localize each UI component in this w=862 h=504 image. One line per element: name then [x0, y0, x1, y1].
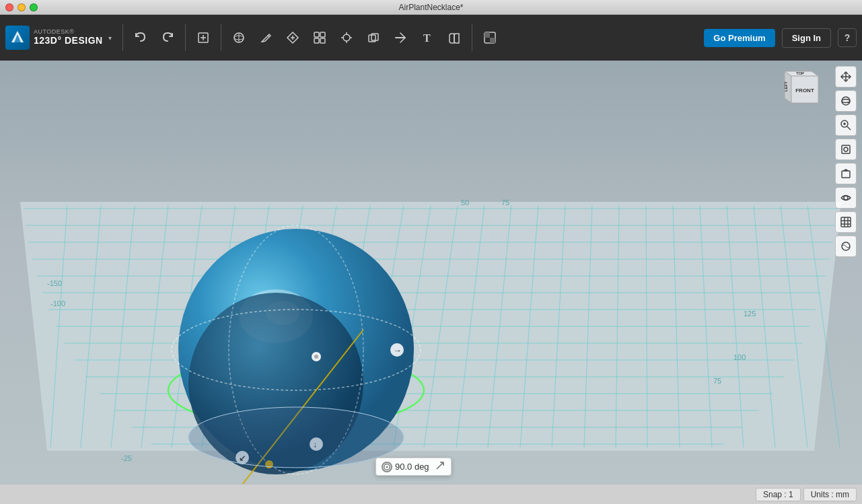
logo-dropdown-icon[interactable]: ▾: [108, 34, 112, 42]
svg-text:100: 100: [733, 353, 746, 361]
snap-indicator[interactable]: Snap : 1: [756, 488, 801, 501]
pattern-button[interactable]: [308, 26, 332, 50]
svg-rect-22: [484, 32, 490, 38]
logo-area[interactable]: AUTODESK® 123D° DESIGN ▾: [5, 26, 112, 50]
svg-rect-23: [490, 38, 495, 43]
pan-tool-button[interactable]: [835, 66, 857, 87]
sign-in-button[interactable]: Sign In: [782, 28, 831, 48]
svg-rect-115: [841, 217, 851, 227]
svg-point-105: [842, 100, 850, 103]
toolbar-divider-1: [122, 24, 123, 51]
rotation-value: 90.0 deg: [395, 462, 429, 472]
materials-button[interactable]: [478, 26, 502, 50]
svg-text:LEFT: LEFT: [784, 81, 788, 92]
snap-button[interactable]: [334, 26, 359, 50]
orbit-tool-button[interactable]: [835, 90, 857, 112]
svg-point-93: [188, 407, 404, 468]
svg-line-107: [847, 127, 851, 130]
rotation-tool-button[interactable]: [435, 460, 445, 473]
rotation-indicator-icon: [382, 462, 392, 472]
svg-text:TOP: TOP: [796, 71, 804, 75]
undo-button[interactable]: [129, 26, 153, 50]
perspective-toggle-button[interactable]: [835, 163, 857, 184]
zoom-tool-button[interactable]: [835, 114, 857, 136]
window-controls[interactable]: [5, 3, 38, 11]
app-name-label: 123D° DESIGN: [34, 36, 103, 46]
svg-text:-100: -100: [50, 299, 65, 308]
svg-line-6: [268, 36, 269, 37]
svg-text:50: 50: [461, 199, 469, 207]
text-button[interactable]: T: [415, 26, 439, 50]
primitives-button[interactable]: [227, 26, 251, 50]
svg-text:-150: -150: [47, 279, 62, 287]
toolbar-divider-3: [221, 24, 221, 51]
svg-text:-25: -25: [121, 454, 132, 462]
material-view-button[interactable]: [835, 236, 857, 257]
group-button[interactable]: [442, 26, 466, 50]
svg-rect-9: [314, 32, 319, 37]
grid-toggle-button[interactable]: [835, 211, 857, 233]
new-solid-button[interactable]: [191, 26, 215, 50]
svg-point-111: [844, 147, 848, 151]
toolbar-divider-2: [185, 24, 186, 51]
go-premium-button[interactable]: Go Premium: [704, 29, 775, 47]
minimize-button[interactable]: [17, 3, 26, 11]
svg-marker-113: [842, 169, 849, 171]
redo-button[interactable]: [155, 26, 180, 50]
title-bar: AirPlantNecklace*: [0, 0, 862, 15]
combine-button[interactable]: [361, 26, 386, 50]
svg-point-84: [314, 355, 318, 359]
svg-rect-12: [320, 38, 325, 43]
logo-text: AUTODESK® 123D° DESIGN: [34, 29, 103, 46]
svg-text:T: T: [423, 32, 431, 44]
window-title: AirPlantNecklace*: [398, 3, 463, 12]
svg-rect-110: [842, 145, 850, 153]
svg-rect-112: [842, 171, 850, 178]
svg-line-123: [437, 462, 443, 469]
units-indicator[interactable]: Units : mm: [803, 488, 857, 501]
svg-point-13: [343, 34, 350, 41]
modify-button[interactable]: [281, 26, 305, 50]
svg-text:FRONT: FRONT: [795, 87, 814, 94]
sketch-button[interactable]: [254, 26, 278, 50]
close-button[interactable]: [5, 3, 13, 11]
grid-canvas: -150 -100 -25 25 50 75 75 100 125: [0, 61, 862, 484]
svg-rect-11: [314, 38, 319, 43]
svg-point-122: [386, 466, 388, 468]
right-tools: [835, 66, 857, 257]
subtract-button[interactable]: [388, 26, 412, 50]
nav-cube[interactable]: FRONT LEFT TOP: [775, 66, 828, 120]
maximize-button[interactable]: [30, 3, 38, 11]
help-button[interactable]: ?: [838, 28, 857, 47]
svg-text:75: 75: [501, 199, 509, 207]
view-toggle-button[interactable]: [835, 187, 857, 209]
svg-text:125: 125: [744, 310, 756, 318]
toolbar-divider-4: [472, 24, 472, 51]
zoom-fit-button[interactable]: [835, 139, 857, 160]
svg-rect-10: [320, 32, 325, 37]
svg-text:→: →: [394, 346, 402, 355]
svg-point-104: [842, 97, 850, 105]
toolbar: AUTODESK® 123D° DESIGN ▾: [0, 15, 862, 61]
autodesk-logo-icon: [5, 26, 30, 50]
svg-text:75: 75: [713, 377, 721, 385]
svg-point-114: [844, 196, 848, 200]
status-bar: Snap : 1 Units : mm: [0, 484, 862, 504]
viewport[interactable]: -150 -100 -25 25 50 75 75 100 125: [0, 61, 862, 484]
rotation-popup[interactable]: 90.0 deg: [375, 458, 452, 476]
